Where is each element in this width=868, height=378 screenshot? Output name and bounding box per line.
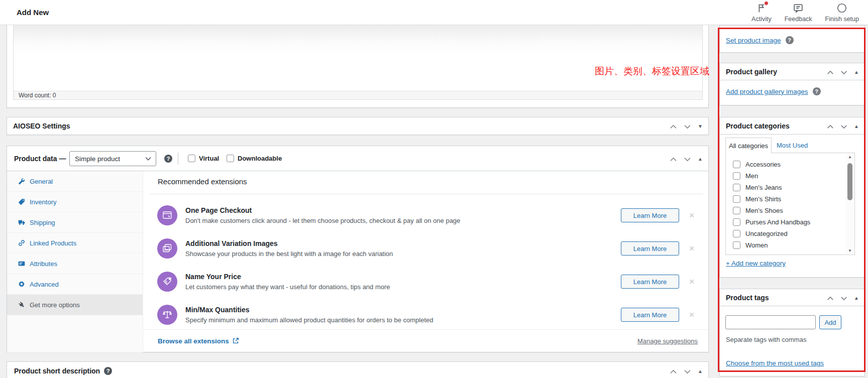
price-tag-icon: $ [157, 272, 177, 292]
downloadable-checkbox-row: Downloadable [227, 155, 282, 162]
move-down-icon[interactable] [840, 68, 847, 77]
learn-more-button[interactable]: Learn More [621, 275, 679, 289]
browse-all-extensions-link[interactable]: Browse all extensions [158, 337, 239, 345]
move-down-icon[interactable] [684, 155, 691, 164]
progress-circle-icon [836, 2, 848, 14]
category-checkbox[interactable] [733, 161, 740, 168]
product-data-panel: Product data — Simple product ? Virtual … [7, 146, 709, 352]
learn-more-button[interactable]: Learn More [621, 208, 679, 222]
recommended-extensions-heading: Recommended extensions [158, 177, 247, 186]
category-label: Men's Shoes [745, 207, 783, 214]
extension-name: Name Your Price [185, 273, 390, 281]
add-gallery-images-link[interactable]: Add product gallery images [726, 88, 808, 95]
tab-attributes[interactable]: Attributes [7, 254, 143, 274]
tab-get-more-options[interactable]: Get more options [7, 295, 143, 315]
move-up-icon[interactable] [670, 122, 677, 131]
product-image-panel: Set product image ? [719, 25, 865, 53]
extension-row: Min/Max Quantities Specify minimum and m… [157, 301, 696, 329]
description-editor-area[interactable]: Word count: 0 [13, 25, 703, 100]
tab-label: General [30, 178, 53, 185]
toggle-panel-icon[interactable]: ▲ [854, 70, 859, 75]
virtual-checkbox[interactable] [188, 155, 195, 162]
dismiss-icon[interactable]: × [688, 211, 696, 220]
activity-badge-dot [764, 1, 769, 6]
product-data-header: Product data — Simple product ? Virtual … [7, 146, 708, 171]
help-icon[interactable]: ? [164, 155, 172, 163]
toggle-panel-icon[interactable]: ▲ [854, 296, 859, 301]
activity-button[interactable]: Activity [751, 2, 772, 23]
tab-label: Get more options [30, 301, 80, 309]
tab-label: Shipping [30, 219, 55, 226]
move-up-icon[interactable] [670, 367, 677, 376]
category-label: Women [745, 241, 768, 249]
set-product-image-link[interactable]: Set product image [726, 37, 781, 44]
move-down-icon[interactable] [840, 122, 847, 131]
feedback-label: Feedback [785, 16, 812, 23]
product-gallery-title: Product gallery [726, 68, 777, 76]
category-checkbox[interactable] [733, 230, 740, 237]
help-icon[interactable]: ? [813, 87, 821, 95]
scrollbar-thumb[interactable] [847, 163, 852, 200]
tab-advanced[interactable]: Advanced [7, 274, 143, 295]
short-description-title: Product short description [14, 367, 100, 375]
move-up-icon[interactable] [827, 68, 834, 77]
extension-description: Showcase your products in the best light… [185, 250, 393, 258]
product-data-tabs: General Inventory Shipping Linked Produc… [7, 171, 143, 352]
extension-name: Min/Max Quantities [185, 306, 433, 314]
category-row: Men's Jeans [733, 182, 844, 193]
manage-suggestions-link[interactable]: Manage suggestions [637, 337, 698, 345]
add-tag-button[interactable]: Add [819, 315, 841, 329]
category-checkbox[interactable] [733, 184, 740, 191]
scroll-down-icon[interactable]: ▼ [846, 247, 854, 254]
activity-label: Activity [751, 16, 772, 23]
dismiss-icon[interactable]: × [688, 244, 696, 253]
dismiss-icon[interactable]: × [688, 277, 696, 286]
toggle-panel-icon[interactable]: ▲ [698, 369, 703, 374]
move-up-icon[interactable] [670, 155, 677, 164]
move-up-icon[interactable] [827, 294, 834, 303]
help-icon[interactable]: ? [786, 36, 794, 44]
category-checkbox[interactable] [733, 241, 740, 249]
tab-most-used[interactable]: Most Used [777, 138, 808, 153]
tab-linked-products[interactable]: Linked Products [7, 233, 143, 254]
add-new-category-link[interactable]: + Add new category [726, 260, 786, 267]
page-canvas: Add New Activity Feedback Finish setup [0, 0, 868, 378]
product-tags-input[interactable] [725, 315, 816, 329]
toggle-panel-icon[interactable]: ▼ [698, 124, 703, 129]
learn-more-button[interactable]: Learn More [621, 308, 679, 322]
learn-more-button[interactable]: Learn More [621, 241, 679, 256]
tab-inventory[interactable]: Inventory [7, 192, 143, 212]
scroll-up-icon[interactable]: ▲ [846, 154, 854, 160]
toggle-panel-icon[interactable]: ▲ [854, 124, 859, 129]
category-checkbox[interactable] [733, 195, 740, 203]
category-row: Uncategorized [733, 228, 844, 239]
move-down-icon[interactable] [684, 122, 691, 131]
help-icon[interactable]: ? [104, 367, 112, 375]
move-down-icon[interactable] [840, 294, 847, 303]
move-down-icon[interactable] [684, 367, 691, 376]
tag-icon [18, 198, 25, 205]
category-checkbox[interactable] [733, 218, 740, 226]
scrollbar[interactable]: ▲ ▼ [846, 154, 854, 254]
product-type-select[interactable]: Simple product [69, 151, 156, 166]
choose-most-used-tags-link[interactable]: Choose from the most used tags [726, 359, 824, 367]
wrench-icon [18, 178, 25, 185]
external-link-icon [232, 337, 239, 344]
category-row: Accessories [733, 159, 844, 170]
move-up-icon[interactable] [827, 122, 834, 131]
tab-all-categories[interactable]: All categories [725, 138, 772, 153]
category-list: Accessories Men Men's Jeans Men's Shirts… [725, 153, 855, 255]
feedback-button[interactable]: Feedback [785, 2, 812, 23]
dismiss-icon[interactable]: × [688, 310, 696, 319]
downloadable-checkbox[interactable] [227, 155, 234, 162]
tab-general[interactable]: General [7, 171, 143, 192]
toggle-panel-icon[interactable]: ▲ [698, 157, 703, 162]
category-checkbox[interactable] [733, 172, 740, 180]
category-checkbox[interactable] [733, 207, 740, 214]
tab-shipping[interactable]: Shipping [7, 212, 143, 233]
topbar-actions: Activity Feedback Finish setup [751, 2, 859, 23]
virtual-checkbox-row: Virtual [188, 155, 219, 162]
extensions-footer: Browse all extensions Manage suggestions [143, 329, 708, 352]
attributes-icon [18, 260, 25, 267]
finish-setup-button[interactable]: Finish setup [825, 2, 859, 23]
